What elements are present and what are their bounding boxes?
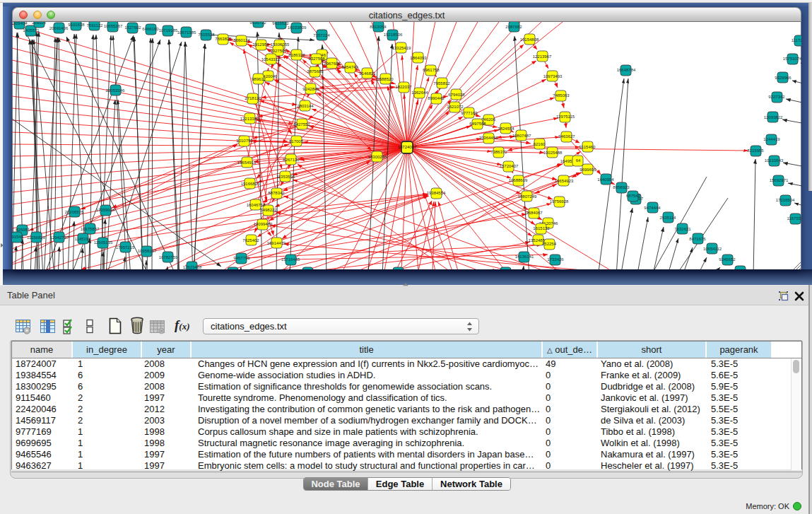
svg-text:20206576: 20206576 bbox=[65, 210, 84, 214]
svg-text:8267130: 8267130 bbox=[283, 158, 300, 162]
svg-text:14099489: 14099489 bbox=[254, 222, 273, 226]
svg-text:9329966: 9329966 bbox=[775, 76, 792, 80]
svg-text:15751074: 15751074 bbox=[783, 57, 801, 61]
svg-text:9457791: 9457791 bbox=[233, 256, 250, 260]
svg-text:7485063: 7485063 bbox=[553, 93, 570, 98]
svg-text:1527602: 1527602 bbox=[124, 25, 141, 30]
svg-text:1929404: 1929404 bbox=[12, 22, 28, 25]
svg-text:19756928: 19756928 bbox=[550, 199, 569, 204]
svg-text:5498222: 5498222 bbox=[260, 208, 277, 212]
svg-text:10688609: 10688609 bbox=[509, 178, 528, 182]
svg-text:8878342: 8878342 bbox=[268, 191, 285, 195]
svg-text:12905135: 12905135 bbox=[94, 240, 113, 245]
svg-text:11353594: 11353594 bbox=[276, 175, 295, 179]
svg-text:7955812: 7955812 bbox=[433, 81, 450, 86]
svg-text:687542: 687542 bbox=[626, 194, 641, 198]
svg-text:17016504: 17016504 bbox=[776, 198, 795, 202]
svg-text:1733426: 1733426 bbox=[547, 257, 564, 262]
svg-text:9474444: 9474444 bbox=[644, 206, 661, 210]
svg-text:10719185: 10719185 bbox=[159, 28, 178, 33]
svg-text:1615132: 1615132 bbox=[533, 226, 550, 230]
svg-text:6961758: 6961758 bbox=[423, 68, 440, 72]
svg-text:10654112: 10654112 bbox=[703, 247, 722, 251]
svg-text:18807249: 18807249 bbox=[518, 194, 537, 199]
svg-text:8215955: 8215955 bbox=[747, 148, 764, 153]
svg-text:14136141: 14136141 bbox=[515, 255, 534, 259]
svg-text:9146821: 9146821 bbox=[359, 71, 376, 76]
svg-text:17359924: 17359924 bbox=[96, 208, 115, 212]
svg-text:12942737: 12942737 bbox=[50, 235, 69, 240]
svg-text:9245652: 9245652 bbox=[719, 257, 736, 262]
svg-text:10975857: 10975857 bbox=[81, 227, 100, 231]
svg-text:8427552: 8427552 bbox=[293, 122, 310, 127]
svg-text:8186328: 8186328 bbox=[288, 53, 305, 57]
svg-text:10671385: 10671385 bbox=[177, 30, 196, 35]
svg-text:1145194: 1145194 bbox=[75, 237, 92, 241]
svg-text:2718120: 2718120 bbox=[245, 96, 261, 100]
svg-text:1117215: 1117215 bbox=[792, 38, 801, 42]
svg-text:8813054: 8813054 bbox=[370, 25, 387, 29]
svg-text:1167533: 1167533 bbox=[787, 216, 801, 221]
svg-text:18724007: 18724007 bbox=[398, 145, 417, 149]
svg-text:1864093: 1864093 bbox=[410, 56, 427, 60]
svg-text:10655267: 10655267 bbox=[104, 24, 123, 28]
svg-text:16648784: 16648784 bbox=[617, 68, 636, 72]
svg-text:10543312: 10543312 bbox=[261, 57, 281, 62]
svg-text:15720407: 15720407 bbox=[500, 164, 519, 168]
svg-text:2803144: 2803144 bbox=[297, 104, 314, 108]
svg-text:2087682: 2087682 bbox=[505, 25, 522, 29]
svg-text:9327506: 9327506 bbox=[270, 49, 287, 53]
svg-text:7663822: 7663822 bbox=[215, 37, 232, 41]
svg-text:13325419: 13325419 bbox=[392, 46, 411, 50]
svg-text:1010755: 1010755 bbox=[236, 139, 253, 143]
svg-text:15692971: 15692971 bbox=[770, 178, 789, 182]
svg-text:6466160: 6466160 bbox=[142, 27, 159, 31]
svg-text:8660124: 8660124 bbox=[233, 38, 250, 42]
svg-text:62160: 62160 bbox=[534, 142, 546, 146]
svg-text:7515528: 7515528 bbox=[198, 33, 215, 37]
svg-text:9242845: 9242845 bbox=[302, 87, 319, 91]
svg-text:1621072: 1621072 bbox=[447, 105, 464, 109]
svg-text:989612: 989612 bbox=[252, 77, 266, 81]
svg-text:15716485: 15716485 bbox=[281, 257, 300, 262]
svg-text:1405571: 1405571 bbox=[23, 28, 40, 33]
svg-text:11156829: 11156829 bbox=[27, 235, 45, 240]
svg-text:209114: 209114 bbox=[32, 22, 46, 25]
svg-text:12975115: 12975115 bbox=[556, 115, 575, 119]
svg-text:817005: 817005 bbox=[289, 139, 304, 144]
svg-text:8990443: 8990443 bbox=[428, 96, 445, 100]
svg-text:18300295: 18300295 bbox=[368, 155, 387, 159]
svg-text:12213967: 12213967 bbox=[533, 54, 552, 59]
svg-text:9699695: 9699695 bbox=[579, 168, 596, 172]
svg-text:7691122: 7691122 bbox=[87, 23, 104, 28]
svg-text:12093822: 12093822 bbox=[764, 115, 783, 119]
svg-text:10958107: 10958107 bbox=[138, 249, 157, 253]
svg-text:9227342: 9227342 bbox=[768, 95, 785, 99]
svg-text:6497568: 6497568 bbox=[469, 122, 486, 126]
svg-text:19218506: 19218506 bbox=[384, 33, 403, 37]
svg-text:20691406: 20691406 bbox=[49, 26, 69, 30]
svg-text:19654913: 19654913 bbox=[237, 160, 257, 165]
svg-text:2935114: 2935114 bbox=[660, 216, 677, 220]
svg-text:1640954: 1640954 bbox=[597, 177, 614, 182]
svg-text:10210643: 10210643 bbox=[765, 158, 784, 163]
svg-text:12213382: 12213382 bbox=[240, 117, 259, 121]
svg-text:19654923: 19654923 bbox=[555, 179, 574, 183]
svg-text:6794028: 6794028 bbox=[448, 93, 465, 97]
svg-text:9463627: 9463627 bbox=[558, 134, 575, 139]
svg-text:9101638: 9101638 bbox=[68, 23, 85, 27]
svg-text:16033809: 16033809 bbox=[288, 25, 307, 30]
svg-text:17957215: 17957215 bbox=[116, 245, 135, 250]
svg-text:8958923: 8958923 bbox=[613, 185, 630, 189]
svg-text:9635722: 9635722 bbox=[249, 22, 266, 25]
svg-text:19384554: 19384554 bbox=[427, 191, 446, 195]
svg-text:10973493: 10973493 bbox=[543, 74, 563, 78]
svg-text:19166825: 19166825 bbox=[241, 182, 260, 186]
svg-text:16046758: 16046758 bbox=[247, 203, 266, 207]
svg-text:10025488: 10025488 bbox=[543, 151, 563, 155]
svg-text:8471676: 8471676 bbox=[689, 237, 706, 241]
svg-text:10807487: 10807487 bbox=[512, 134, 531, 138]
svg-text:1244419: 1244419 bbox=[763, 137, 780, 141]
svg-text:7357224: 7357224 bbox=[313, 33, 330, 37]
svg-text:9684067: 9684067 bbox=[526, 211, 543, 215]
